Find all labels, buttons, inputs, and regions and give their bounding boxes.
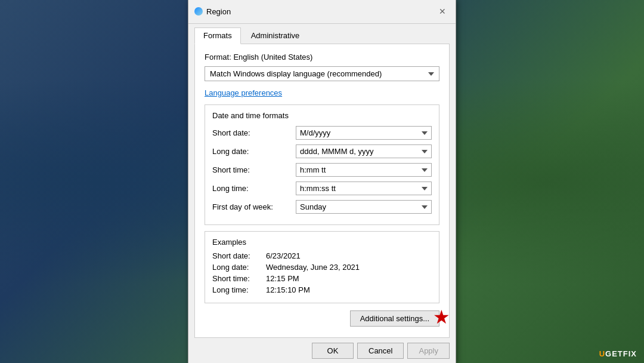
short-time-row: Short time: h:mm tt <box>212 163 432 177</box>
example-short-date: Short date: 6/23/2021 <box>212 251 432 260</box>
additional-settings-row: Additional settings... ★ <box>205 310 439 327</box>
short-date-label: Short date: <box>212 128 296 137</box>
example-long-date-value: Wednesday, June 23, 2021 <box>266 263 360 272</box>
region-dialog: Region ✕ Formats Administrative Format: … <box>188 0 456 363</box>
tab-content-formats: Format: English (United States) Match Wi… <box>194 44 450 338</box>
long-date-label: Long date: <box>212 147 296 156</box>
apply-button[interactable]: Apply <box>407 343 450 359</box>
short-time-select[interactable]: h:mm tt <box>296 163 432 177</box>
tab-bar: Formats Administrative <box>188 24 456 44</box>
close-button[interactable]: ✕ <box>435 4 450 19</box>
long-time-select[interactable]: h:mm:ss tt <box>296 182 432 195</box>
title-bar-left: Region <box>194 7 231 16</box>
date-time-formats-group: Date and time formats Short date: M/d/yy… <box>205 104 439 225</box>
date-time-formats-title: Date and time formats <box>212 111 432 120</box>
first-day-row: First day of week: Sunday <box>212 200 432 214</box>
format-dropdown[interactable]: Match Windows display language (recommen… <box>205 66 439 81</box>
example-long-time-label: Long time: <box>212 285 266 294</box>
globe-icon <box>194 7 203 16</box>
example-short-date-value: 6/23/2021 <box>266 251 301 260</box>
watermark: UGETFIX <box>599 349 637 358</box>
language-preferences-link[interactable]: Language preferences <box>205 88 439 97</box>
examples-title: Examples <box>212 238 432 247</box>
format-label: Format: English (United States) <box>205 53 439 61</box>
ok-button[interactable]: OK <box>312 343 354 359</box>
short-time-label: Short time: <box>212 165 296 174</box>
example-long-time: Long time: 12:15:10 PM <box>212 285 432 294</box>
window-title: Region <box>206 7 231 16</box>
examples-group: Examples Short date: 6/23/2021 Long date… <box>205 231 439 303</box>
additional-settings-button[interactable]: Additional settings... <box>350 310 439 327</box>
long-time-row: Long time: h:mm:ss tt <box>212 182 432 195</box>
cancel-button[interactable]: Cancel <box>357 343 404 359</box>
first-day-select[interactable]: Sunday <box>296 200 432 214</box>
short-date-select[interactable]: M/d/yyyy <box>296 126 432 140</box>
example-short-time-label: Short time: <box>212 274 266 283</box>
long-date-row: Long date: dddd, MMMM d, yyyy <box>212 144 432 158</box>
tab-administrative[interactable]: Administrative <box>242 27 309 44</box>
first-day-label: First day of week: <box>212 202 296 211</box>
example-short-time: Short time: 12:15 PM <box>212 274 432 283</box>
tab-formats[interactable]: Formats <box>194 27 241 44</box>
example-long-date: Long date: Wednesday, June 23, 2021 <box>212 263 432 272</box>
title-bar: Region ✕ <box>188 0 456 24</box>
example-long-time-value: 12:15:10 PM <box>266 285 310 294</box>
long-time-label: Long time: <box>212 184 296 193</box>
example-short-date-label: Short date: <box>212 251 266 260</box>
footer-buttons: OK Cancel Apply <box>188 338 456 363</box>
example-long-date-label: Long date: <box>212 263 266 272</box>
long-date-select[interactable]: dddd, MMMM d, yyyy <box>296 144 432 158</box>
example-short-time-value: 12:15 PM <box>266 274 299 283</box>
short-date-row: Short date: M/d/yyyy <box>212 126 432 140</box>
